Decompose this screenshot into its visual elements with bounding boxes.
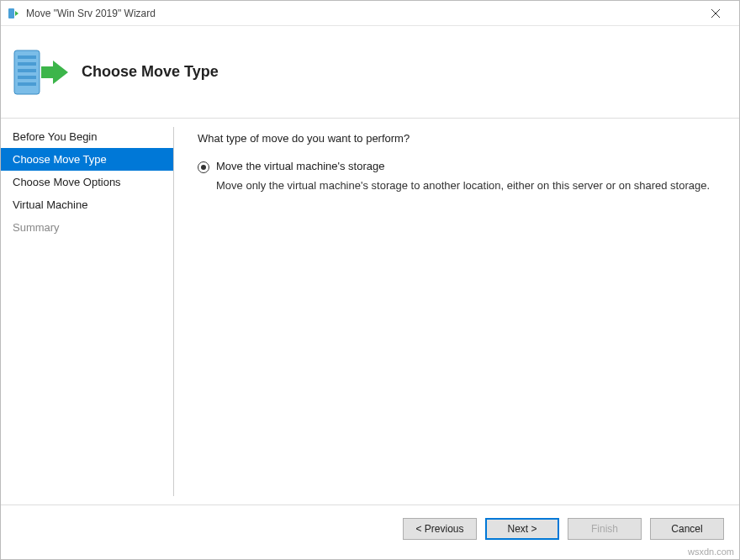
svg-rect-0 bbox=[8, 8, 14, 18]
wizard-footer: < Previous Next > Finish Cancel bbox=[1, 505, 739, 552]
svg-marker-1 bbox=[15, 11, 18, 16]
svg-rect-11 bbox=[41, 66, 53, 78]
radio-icon[interactable] bbox=[198, 161, 209, 173]
app-icon bbox=[8, 7, 21, 20]
content-pane: What type of move do you want to perform… bbox=[174, 119, 739, 505]
finish-button: Finish bbox=[568, 518, 642, 540]
close-button[interactable] bbox=[699, 2, 732, 25]
cancel-button[interactable]: Cancel bbox=[650, 518, 724, 540]
wizard-header: Choose Move Type bbox=[1, 26, 739, 119]
sidebar-step-choose-move-options[interactable]: Choose Move Options bbox=[1, 171, 173, 193]
sidebar: Before You Begin Choose Move Type Choose… bbox=[1, 119, 173, 505]
sidebar-step-choose-move-type[interactable]: Choose Move Type bbox=[1, 148, 173, 171]
svg-rect-8 bbox=[18, 69, 36, 72]
question-text: What type of move do you want to perform… bbox=[198, 132, 719, 145]
radio-label: Move the virtual machine's storage bbox=[216, 160, 384, 172]
svg-rect-10 bbox=[18, 82, 36, 86]
watermark: wsxdn.com bbox=[688, 547, 734, 557]
sidebar-step-summary: Summary bbox=[1, 216, 173, 239]
sidebar-step-virtual-machine[interactable]: Virtual Machine bbox=[1, 193, 173, 216]
window-title: Move "Win Srv 2019" Wizard bbox=[26, 8, 699, 19]
wizard-body: Before You Begin Choose Move Type Choose… bbox=[1, 119, 739, 505]
svg-rect-6 bbox=[18, 55, 36, 59]
titlebar: Move "Win Srv 2019" Wizard bbox=[1, 1, 739, 26]
svg-marker-12 bbox=[53, 61, 68, 84]
sidebar-step-before-you-begin[interactable]: Before You Begin bbox=[1, 125, 173, 148]
radio-description: Move only the virtual machine's storage … bbox=[216, 178, 712, 193]
svg-rect-9 bbox=[18, 76, 36, 79]
wizard-icon bbox=[11, 45, 65, 99]
svg-rect-7 bbox=[18, 62, 36, 66]
previous-button[interactable]: < Previous bbox=[403, 518, 477, 540]
page-title: Choose Move Type bbox=[82, 63, 219, 81]
next-button[interactable]: Next > bbox=[485, 518, 559, 540]
radio-option-move-storage[interactable]: Move the virtual machine's storage bbox=[198, 160, 719, 173]
